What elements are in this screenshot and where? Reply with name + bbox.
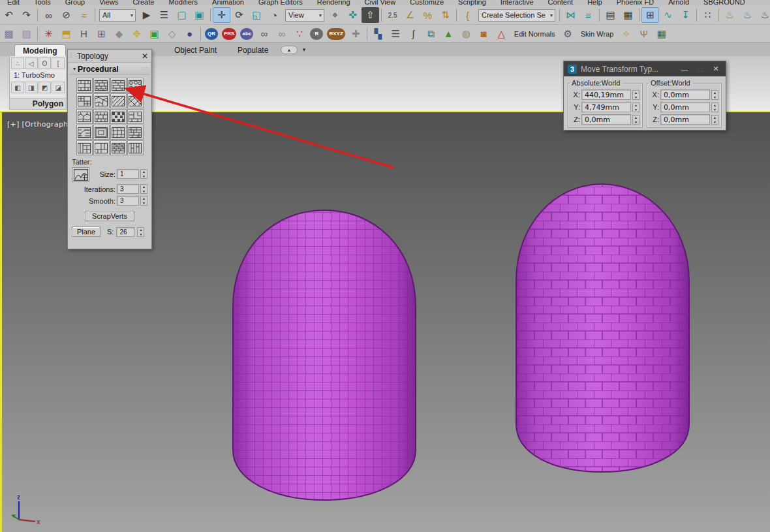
symmetry-modifier-icon[interactable]: H [75,26,93,42]
menu-views[interactable]: Views [92,0,125,6]
window-crossing-icon[interactable]: ▣ [191,7,208,23]
rendered-frame-icon[interactable]: ♨ [739,7,756,23]
layer-explorer-icon[interactable]: ▦ [619,7,637,23]
value-spinner[interactable]: ▲▼ [711,102,718,112]
modifier-stack-field[interactable]: 1: TurboSmo [10,69,66,80]
ffd-box-icon[interactable]: ⊞ [93,26,110,42]
select-and-scale-icon[interactable]: ◱ [248,7,266,23]
offset-y-field[interactable]: 0,0mm [660,102,710,112]
menu-help[interactable]: Help [580,0,609,6]
ribbon-toggle-icon[interactable]: ⊞ [641,7,659,23]
qr-badge[interactable]: QR [205,28,218,40]
s-spinner[interactable]: ▲▼ [137,227,144,237]
indicator-icon[interactable]: ▣ [146,26,163,42]
value-spinner[interactable]: ▲▼ [711,115,718,125]
color-blocks-icon[interactable]: ▦ [653,26,670,42]
menu-modifiers[interactable]: Modifiers [161,0,205,6]
curve-editor-icon[interactable]: ∿ [659,7,677,23]
subobject-mode-icon-2[interactable]: ◁ [25,57,38,69]
topology-pattern-blocks-large[interactable] [76,93,93,108]
skull-icon[interactable]: Ψ [635,26,653,42]
tab-modeling[interactable]: Modeling [14,44,66,56]
keyboard-override-icon[interactable]: ⇧ [362,7,379,23]
rectangular-selection-region-icon[interactable]: ▢ [173,7,191,23]
procedural-rollout[interactable]: ▾ Procedural ∷ [69,63,150,75]
subobject-mode-icon-1[interactable]: ∴ [11,57,24,69]
select-and-place-icon[interactable]: ◔ [266,7,283,23]
iterations-spinner[interactable]: ▲▼ [140,184,147,194]
topology-pattern-mosaic-blocks[interactable] [93,109,110,124]
topology-pattern-squares-merged[interactable] [76,78,93,93]
subobject-mode-icon-4[interactable]: [ [52,57,65,69]
select-and-link-icon[interactable]: ∞ [40,7,57,23]
topology-pattern-l-blocks[interactable] [127,109,144,124]
menu-tools[interactable]: Tools [27,0,58,6]
reference-coordinate-dropdown[interactable]: View▾ [285,9,324,22]
dots-red-icon[interactable]: ∵ [290,26,308,42]
ribbon-minimize-caret-icon[interactable]: ▼ [301,47,307,53]
topology-pattern-pebbles[interactable] [127,78,144,93]
topology-pattern-stones-curved[interactable] [110,125,127,140]
menu-interactive[interactable]: Interactive [493,0,541,6]
use-pivot-point-icon[interactable]: ⌖ [326,7,344,23]
smooth-field[interactable]: 3 [117,196,139,206]
unlink-selection-icon[interactable]: ⊘ [57,7,75,23]
poly-tool-icon-2[interactable]: ◨ [25,82,38,93]
mirror-icon[interactable]: ⋈ [562,7,579,23]
abc-badge[interactable]: abc [240,28,253,40]
tatter-pattern-button[interactable] [72,167,89,182]
menu-civil-view[interactable]: Civil View [358,0,403,6]
smooth-spinner[interactable]: ▲▼ [140,196,147,206]
chain-icon[interactable]: ∞ [273,26,290,42]
menu-graph-editors[interactable]: Graph Editors [251,0,310,6]
sphere-shaded-icon[interactable]: ● [181,26,198,42]
offset-z-field[interactable]: 0,0mm [660,114,710,125]
value-spinner[interactable]: ▲▼ [632,90,639,100]
select-and-rotate-icon[interactable]: ⟳ [230,7,248,23]
minimize-icon[interactable]: — [679,65,690,73]
select-and-move-icon[interactable]: ✛ [213,7,230,23]
snaps-toggle-icon[interactable]: 2.5 [384,7,401,23]
angle-snap-icon[interactable]: ∠ [401,7,419,23]
particle-view-icon[interactable]: ▩ [0,26,18,42]
size-spinner[interactable]: ▲▼ [140,169,147,179]
poly-tool-icon-1[interactable]: ◧ [11,82,24,93]
value-spinner[interactable]: ▲▼ [632,115,639,125]
topology-pattern-strips-blocks[interactable] [76,140,93,155]
r-cursor-badge[interactable]: R [310,28,323,40]
topology-pattern-small-blocks[interactable] [127,125,144,140]
topology-pattern-checker-fine[interactable] [110,109,127,124]
magic-wand-icon[interactable]: ✧ [617,26,635,42]
bind-to-space-warp-icon[interactable]: ≈ [75,7,93,23]
add-keys-icon[interactable]: ✚ [347,26,365,42]
topology-pattern-bricks[interactable] [110,78,127,93]
screw-icon[interactable]: ⚙ [559,26,577,42]
select-object-icon[interactable]: ▶ [138,7,155,23]
select-by-name-icon[interactable]: ☰ [155,7,173,23]
render-production-icon[interactable]: ♨ [756,7,770,23]
menu-content[interactable]: Content [541,0,581,6]
topology-pattern-dense-bricks[interactable] [110,140,127,155]
topology-pattern-vertical-bars[interactable] [127,140,144,155]
noise-stripes-icon[interactable]: ▚ [369,26,387,42]
align-icon[interactable]: ≡ [579,7,597,23]
topology-pattern-corner-blocks[interactable] [93,140,110,155]
scene-explorer-icon[interactable]: ▤ [602,7,619,23]
named-selection-sets-icon[interactable]: { [459,7,476,23]
selection-filter-dropdown[interactable]: All▾ [99,9,136,22]
topology-pattern-nested-squares[interactable] [93,125,110,140]
size-field[interactable]: 1 [117,169,139,179]
tab-object-paint[interactable]: Object Paint [166,44,224,56]
layer-stack-icon[interactable]: ⧉ [422,26,440,42]
menu-customize[interactable]: Customize [403,0,451,6]
material-editor-icon[interactable]: ∷ [699,7,716,23]
cloth-modifier-icon[interactable]: ▲ [440,26,457,42]
spinner-snap-icon[interactable]: ⇅ [437,7,454,23]
menu-sbground[interactable]: SBGROUND [696,0,752,6]
topology-pattern-stones[interactable] [76,109,93,124]
schematic-view-icon[interactable]: ↧ [677,7,694,23]
measure-icon[interactable]: ◇ [163,26,181,42]
select-and-manipulate-icon[interactable]: ✜ [344,7,362,23]
plane-button[interactable]: Plane [72,227,100,237]
tab-populate[interactable]: Populate [230,44,276,56]
